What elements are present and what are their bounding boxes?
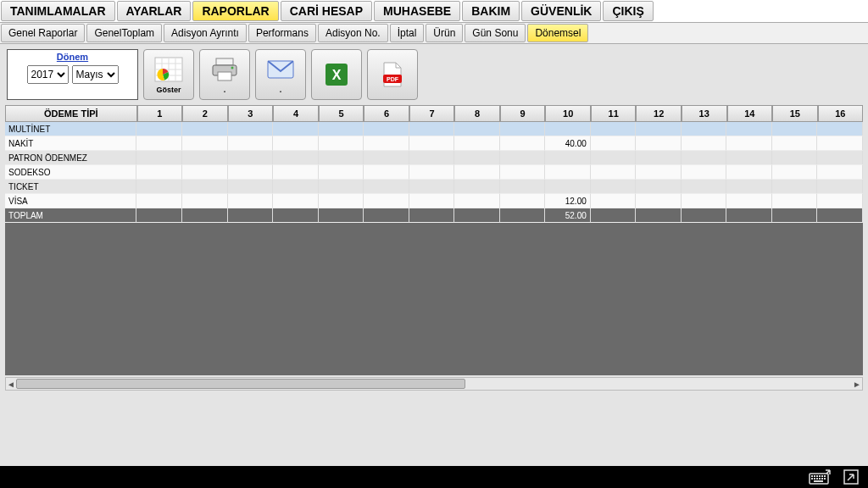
grid-header-col-8[interactable]: 8 xyxy=(454,105,500,122)
main-tab-0[interactable]: TANIMLAMALAR xyxy=(1,1,115,21)
cell xyxy=(273,208,319,223)
cell xyxy=(817,194,863,208)
cell xyxy=(228,122,274,136)
cell xyxy=(682,194,727,208)
year-select[interactable]: 2017 xyxy=(27,65,69,84)
cell xyxy=(545,180,591,194)
table-row[interactable]: TOPLAM52.00 xyxy=(5,208,863,223)
cell xyxy=(319,180,364,194)
main-tab-5[interactable]: BAKIM xyxy=(462,1,520,21)
table-row[interactable]: PATRON ÖDENMEZ xyxy=(5,151,863,165)
main-tab-6[interactable]: GÜVENLİK xyxy=(521,1,601,21)
grid-header-col-1[interactable]: 1 xyxy=(137,105,183,122)
grid-header-col-16[interactable]: 16 xyxy=(818,105,864,122)
main-tab-7[interactable]: ÇIKIŞ xyxy=(603,1,653,21)
table-row[interactable]: MULTİNET xyxy=(5,122,863,136)
sub-tab-6[interactable]: Ürün xyxy=(426,24,463,42)
sub-tab-8[interactable]: Dönemsel xyxy=(527,24,588,42)
excel-button[interactable]: X xyxy=(311,49,362,100)
svg-text:PDF: PDF xyxy=(387,76,399,82)
mail-button-label: . xyxy=(280,86,282,94)
popout-icon[interactable] xyxy=(843,469,860,485)
cell xyxy=(591,136,637,151)
grid-header-paytype[interactable]: ÖDEME TİPİ xyxy=(5,105,137,122)
row-label: NAKİT xyxy=(5,136,136,151)
table-row[interactable]: SODEKSO xyxy=(5,165,863,180)
cell xyxy=(319,151,364,165)
show-button[interactable]: Göster xyxy=(143,49,194,100)
svg-rect-8 xyxy=(216,58,233,65)
grid-header-col-14[interactable]: 14 xyxy=(727,105,773,122)
cell xyxy=(136,136,182,151)
table-row[interactable]: TICKET xyxy=(5,180,863,194)
cell xyxy=(591,194,637,208)
grid-header-col-4[interactable]: 4 xyxy=(273,105,319,122)
sub-tab-2[interactable]: Adisyon Ayrıntı xyxy=(164,24,247,42)
cell xyxy=(454,194,500,208)
cell xyxy=(409,208,455,223)
table-row[interactable]: NAKİT40.00 xyxy=(5,136,863,151)
table-row[interactable]: VİSA12.00 xyxy=(5,194,863,208)
grid-header-col-6[interactable]: 6 xyxy=(364,105,409,122)
scroll-thumb[interactable] xyxy=(16,379,465,389)
grid-header-col-5[interactable]: 5 xyxy=(319,105,364,122)
print-button[interactable]: . xyxy=(199,49,250,100)
row-label: TOPLAM xyxy=(5,208,136,223)
grid-header-col-9[interactable]: 9 xyxy=(500,105,546,122)
sub-tab-3[interactable]: Performans xyxy=(248,24,316,42)
grid-header-col-3[interactable]: 3 xyxy=(228,105,274,122)
grid-header-col-15[interactable]: 15 xyxy=(772,105,818,122)
cell xyxy=(817,165,863,180)
mail-button[interactable]: . xyxy=(255,49,306,100)
row-label: SODEKSO xyxy=(5,165,136,180)
scroll-left-arrow-icon[interactable]: ◄ xyxy=(6,378,16,390)
cell xyxy=(409,194,455,208)
cell xyxy=(636,136,682,151)
cell xyxy=(772,122,818,136)
sub-tab-5[interactable]: İptal xyxy=(390,24,425,42)
sub-tab-1[interactable]: GenelToplam xyxy=(86,24,162,42)
cell xyxy=(182,122,228,136)
cell xyxy=(500,208,546,223)
grid-header-col-7[interactable]: 7 xyxy=(409,105,455,122)
cell xyxy=(591,208,637,223)
sub-tab-7[interactable]: Gün Sonu xyxy=(465,24,526,42)
scroll-right-arrow-icon[interactable]: ► xyxy=(852,378,862,390)
cell xyxy=(182,136,228,151)
row-label: PATRON ÖDENMEZ xyxy=(5,151,136,165)
cell xyxy=(136,151,182,165)
sub-tab-4[interactable]: Adisyon No. xyxy=(318,24,388,42)
row-label: TICKET xyxy=(5,180,136,194)
grid-header-col-12[interactable]: 12 xyxy=(636,105,682,122)
show-button-label: Göster xyxy=(156,86,181,94)
cell xyxy=(228,151,274,165)
cell xyxy=(726,208,772,223)
cell xyxy=(545,165,591,180)
main-tab-3[interactable]: CARİ HESAP xyxy=(281,1,372,21)
main-tab-1[interactable]: AYARLAR xyxy=(117,1,192,21)
cell xyxy=(726,151,772,165)
cell xyxy=(409,122,455,136)
grid-header-col-11[interactable]: 11 xyxy=(591,105,637,122)
main-tab-2[interactable]: RAPORLAR xyxy=(192,1,278,21)
grid-header-col-13[interactable]: 13 xyxy=(682,105,727,122)
pdf-button[interactable]: PDF xyxy=(367,49,418,100)
grid-empty-area xyxy=(5,223,863,375)
horizontal-scrollbar[interactable]: ◄ ► xyxy=(5,377,863,391)
keyboard-icon[interactable] xyxy=(809,469,831,485)
svg-rect-29 xyxy=(824,478,826,480)
grid-header-col-2[interactable]: 2 xyxy=(182,105,228,122)
cell xyxy=(817,122,863,136)
cell xyxy=(591,122,637,136)
cell xyxy=(636,122,682,136)
cell xyxy=(500,165,546,180)
sub-tab-0[interactable]: Genel Raporlar xyxy=(1,24,85,42)
cell xyxy=(136,180,182,194)
cell xyxy=(364,208,409,223)
cell xyxy=(319,208,364,223)
cell xyxy=(182,208,228,223)
print-button-label: . xyxy=(224,86,226,94)
main-tab-4[interactable]: MUHASEBE xyxy=(374,1,460,21)
month-select[interactable]: Mayıs xyxy=(72,65,119,84)
grid-header-col-10[interactable]: 10 xyxy=(545,105,591,122)
